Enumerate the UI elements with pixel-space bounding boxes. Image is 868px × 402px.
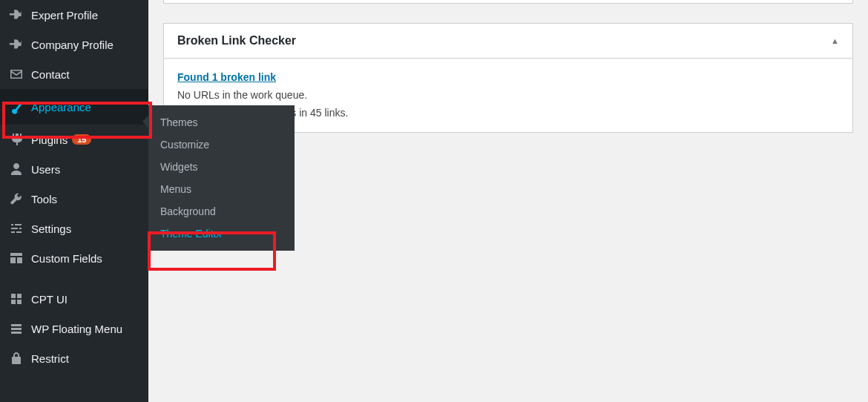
postbox-title: Broken Link Checker [177, 34, 296, 47]
plug-icon [9, 132, 24, 147]
submenu-item-background[interactable]: Background [148, 200, 295, 223]
found-broken-link[interactable]: Found 1 broken link [177, 71, 276, 83]
sidebar-item-expert-profile[interactable]: Expert Profile [0, 0, 148, 30]
submenu-item-widgets[interactable]: Widgets [148, 156, 295, 178]
sidebar-item-label: Users [31, 163, 60, 176]
sidebar-item-label: CPT UI [31, 293, 68, 306]
admin-sidebar: Expert Profile Company Profile Contact A… [0, 0, 148, 402]
sidebar-item-label: Settings [31, 223, 71, 235]
appearance-submenu: Themes Customize Widgets Menus Backgroun… [148, 105, 295, 251]
sidebar-item-contact[interactable]: Contact [0, 59, 148, 89]
thumbtack-icon [9, 37, 24, 52]
sidebar-item-company-profile[interactable]: Company Profile [0, 30, 148, 59]
sidebar-item-label: Appearance [31, 101, 91, 113]
user-icon [9, 162, 24, 177]
lock-icon [9, 351, 24, 366]
previous-postbox-bottom [163, 0, 853, 4]
sidebar-item-label: WP Floating Menu [31, 323, 122, 335]
sidebar-item-tools[interactable]: Tools [0, 184, 148, 214]
layout-icon [9, 251, 24, 266]
submenu-item-themes[interactable]: Themes [148, 111, 295, 134]
sidebar-item-restrict[interactable]: Restrict [0, 343, 148, 373]
submenu-item-theme-editor[interactable]: Theme Editor [148, 223, 295, 245]
sidebar-item-cpt-ui[interactable]: CPT UI [0, 284, 148, 314]
sidebar-item-label: Contact [31, 68, 70, 81]
sidebar-item-plugins[interactable]: Plugins 15 [0, 125, 148, 154]
sidebar-item-label: Restrict [31, 352, 69, 365]
sidebar-item-custom-fields[interactable]: Custom Fields [0, 243, 148, 273]
submenu-item-customize[interactable]: Customize [148, 134, 295, 156]
sidebar-item-label: Plugins [31, 134, 68, 146]
envelope-icon [9, 67, 24, 82]
grid-icon [9, 291, 24, 306]
thumbtack-icon [9, 7, 24, 22]
postbox-header[interactable]: Broken Link Checker ▲ [164, 24, 852, 59]
plugins-update-badge: 15 [72, 134, 91, 145]
wrench-icon [9, 191, 24, 206]
paintbrush-icon [9, 99, 24, 114]
sidebar-item-label: Expert Profile [31, 9, 98, 22]
sidebar-item-label: Company Profile [31, 39, 114, 51]
sidebar-item-settings[interactable]: Settings [0, 214, 148, 243]
queue-status-text: No URLs in the work queue. [177, 89, 307, 101]
sidebar-item-label: Custom Fields [31, 252, 102, 265]
sidebar-item-appearance[interactable]: Appearance [0, 89, 148, 125]
sidebar-item-users[interactable]: Users [0, 154, 148, 184]
menu-icon [9, 321, 24, 336]
sidebar-item-label: Tools [31, 193, 57, 205]
collapse-icon[interactable]: ▲ [831, 36, 839, 45]
sliders-icon [9, 221, 24, 236]
submenu-item-menus[interactable]: Menus [148, 178, 295, 200]
sidebar-item-wp-floating-menu[interactable]: WP Floating Menu [0, 314, 148, 343]
